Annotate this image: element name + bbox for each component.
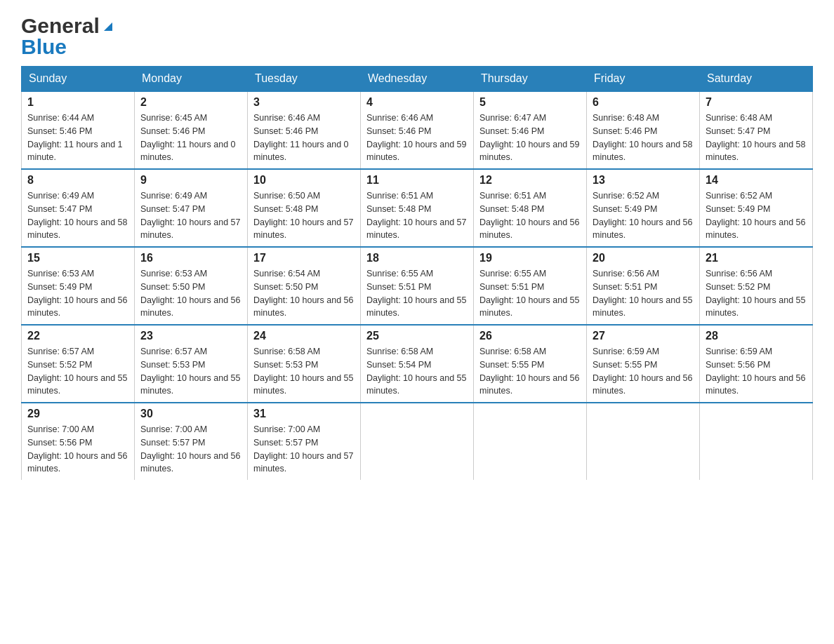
calendar-week-row: 15Sunrise: 6:53 AMSunset: 5:49 PMDayligh… bbox=[22, 247, 813, 325]
calendar-header-tuesday: Tuesday bbox=[248, 67, 361, 92]
calendar-cell: 15Sunrise: 6:53 AMSunset: 5:49 PMDayligh… bbox=[22, 247, 135, 325]
day-number: 1 bbox=[27, 96, 128, 109]
calendar-cell: 22Sunrise: 6:57 AMSunset: 5:52 PMDayligh… bbox=[22, 325, 135, 403]
day-number: 31 bbox=[253, 408, 355, 420]
calendar-cell bbox=[474, 403, 587, 480]
calendar-cell: 28Sunrise: 6:59 AMSunset: 5:56 PMDayligh… bbox=[700, 325, 813, 403]
day-info: Sunrise: 6:54 AMSunset: 5:50 PMDaylight:… bbox=[253, 267, 355, 320]
calendar-cell: 23Sunrise: 6:57 AMSunset: 5:53 PMDayligh… bbox=[135, 325, 248, 403]
day-info: Sunrise: 6:55 AMSunset: 5:51 PMDaylight:… bbox=[366, 267, 468, 320]
calendar-cell bbox=[361, 403, 474, 480]
day-info: Sunrise: 6:45 AMSunset: 5:46 PMDaylight:… bbox=[140, 112, 241, 164]
day-number: 4 bbox=[366, 96, 468, 109]
day-number: 5 bbox=[479, 96, 581, 109]
day-number: 29 bbox=[27, 408, 128, 420]
calendar-cell: 29Sunrise: 7:00 AMSunset: 5:56 PMDayligh… bbox=[22, 403, 135, 480]
calendar-header-row: SundayMondayTuesdayWednesdayThursdayFrid… bbox=[22, 67, 813, 92]
day-number: 16 bbox=[140, 252, 241, 264]
day-number: 13 bbox=[593, 174, 694, 187]
calendar-cell: 11Sunrise: 6:51 AMSunset: 5:48 PMDayligh… bbox=[361, 169, 474, 247]
day-info: Sunrise: 6:59 AMSunset: 5:55 PMDaylight:… bbox=[593, 345, 694, 398]
day-number: 27 bbox=[593, 330, 694, 342]
logo-general-text: General bbox=[21, 14, 100, 38]
page-header: General Blue bbox=[21, 14, 813, 59]
calendar-cell: 16Sunrise: 6:53 AMSunset: 5:50 PMDayligh… bbox=[135, 247, 248, 325]
calendar-week-row: 22Sunrise: 6:57 AMSunset: 5:52 PMDayligh… bbox=[22, 325, 813, 403]
day-info: Sunrise: 6:51 AMSunset: 5:48 PMDaylight:… bbox=[479, 189, 581, 242]
day-number: 24 bbox=[253, 330, 355, 342]
day-info: Sunrise: 6:49 AMSunset: 5:47 PMDaylight:… bbox=[27, 189, 128, 242]
calendar-body: 1Sunrise: 6:44 AMSunset: 5:46 PMDaylight… bbox=[22, 91, 813, 480]
day-number: 20 bbox=[593, 252, 694, 264]
calendar-week-row: 29Sunrise: 7:00 AMSunset: 5:56 PMDayligh… bbox=[22, 403, 813, 480]
day-info: Sunrise: 6:57 AMSunset: 5:53 PMDaylight:… bbox=[140, 345, 241, 398]
calendar-cell: 27Sunrise: 6:59 AMSunset: 5:55 PMDayligh… bbox=[587, 325, 700, 403]
calendar-cell: 4Sunrise: 6:46 AMSunset: 5:46 PMDaylight… bbox=[361, 91, 474, 169]
day-number: 8 bbox=[27, 174, 128, 187]
day-number: 15 bbox=[27, 252, 128, 264]
calendar-cell bbox=[700, 403, 813, 480]
calendar-table: SundayMondayTuesdayWednesdayThursdayFrid… bbox=[21, 66, 813, 480]
day-number: 19 bbox=[479, 252, 581, 264]
calendar-cell: 13Sunrise: 6:52 AMSunset: 5:49 PMDayligh… bbox=[587, 169, 700, 247]
calendar-cell: 12Sunrise: 6:51 AMSunset: 5:48 PMDayligh… bbox=[474, 169, 587, 247]
day-number: 30 bbox=[140, 408, 241, 420]
calendar-header-monday: Monday bbox=[135, 67, 248, 92]
day-number: 25 bbox=[366, 330, 468, 342]
day-info: Sunrise: 6:46 AMSunset: 5:46 PMDaylight:… bbox=[253, 112, 355, 164]
day-info: Sunrise: 6:56 AMSunset: 5:51 PMDaylight:… bbox=[593, 267, 694, 320]
day-info: Sunrise: 7:00 AMSunset: 5:57 PMDaylight:… bbox=[140, 423, 241, 476]
calendar-cell: 26Sunrise: 6:58 AMSunset: 5:55 PMDayligh… bbox=[474, 325, 587, 403]
day-number: 10 bbox=[253, 174, 355, 187]
calendar-cell: 9Sunrise: 6:49 AMSunset: 5:47 PMDaylight… bbox=[135, 169, 248, 247]
calendar-cell: 18Sunrise: 6:55 AMSunset: 5:51 PMDayligh… bbox=[361, 247, 474, 325]
day-info: Sunrise: 6:48 AMSunset: 5:47 PMDaylight:… bbox=[706, 112, 807, 164]
calendar-cell: 14Sunrise: 6:52 AMSunset: 5:49 PMDayligh… bbox=[700, 169, 813, 247]
day-info: Sunrise: 6:56 AMSunset: 5:52 PMDaylight:… bbox=[706, 267, 807, 320]
day-info: Sunrise: 6:58 AMSunset: 5:53 PMDaylight:… bbox=[253, 345, 355, 398]
day-info: Sunrise: 6:57 AMSunset: 5:52 PMDaylight:… bbox=[27, 345, 128, 398]
calendar-cell: 17Sunrise: 6:54 AMSunset: 5:50 PMDayligh… bbox=[248, 247, 361, 325]
day-number: 12 bbox=[479, 174, 581, 187]
day-info: Sunrise: 6:49 AMSunset: 5:47 PMDaylight:… bbox=[140, 189, 241, 242]
calendar-cell bbox=[587, 403, 700, 480]
calendar-cell: 2Sunrise: 6:45 AMSunset: 5:46 PMDaylight… bbox=[135, 91, 248, 169]
day-info: Sunrise: 7:00 AMSunset: 5:56 PMDaylight:… bbox=[27, 423, 128, 476]
calendar-cell: 30Sunrise: 7:00 AMSunset: 5:57 PMDayligh… bbox=[135, 403, 248, 480]
calendar-cell: 20Sunrise: 6:56 AMSunset: 5:51 PMDayligh… bbox=[587, 247, 700, 325]
day-info: Sunrise: 6:50 AMSunset: 5:48 PMDaylight:… bbox=[253, 189, 355, 242]
day-info: Sunrise: 6:51 AMSunset: 5:48 PMDaylight:… bbox=[366, 189, 468, 242]
calendar-header-sunday: Sunday bbox=[22, 67, 135, 92]
day-number: 17 bbox=[253, 252, 355, 264]
day-number: 21 bbox=[706, 252, 807, 264]
day-number: 26 bbox=[479, 330, 581, 342]
calendar-header-thursday: Thursday bbox=[474, 67, 587, 92]
calendar-header-friday: Friday bbox=[587, 67, 700, 92]
logo-triangle-icon bbox=[100, 18, 116, 34]
day-number: 18 bbox=[366, 252, 468, 264]
day-number: 11 bbox=[366, 174, 468, 187]
calendar-week-row: 8Sunrise: 6:49 AMSunset: 5:47 PMDaylight… bbox=[22, 169, 813, 247]
day-number: 14 bbox=[706, 174, 807, 187]
calendar-cell: 10Sunrise: 6:50 AMSunset: 5:48 PMDayligh… bbox=[248, 169, 361, 247]
calendar-cell: 3Sunrise: 6:46 AMSunset: 5:46 PMDaylight… bbox=[248, 91, 361, 169]
calendar-header-saturday: Saturday bbox=[700, 67, 813, 92]
day-info: Sunrise: 6:53 AMSunset: 5:49 PMDaylight:… bbox=[27, 267, 128, 320]
logo: General Blue bbox=[21, 14, 116, 59]
calendar-cell: 6Sunrise: 6:48 AMSunset: 5:46 PMDaylight… bbox=[587, 91, 700, 169]
day-number: 6 bbox=[593, 96, 694, 109]
day-number: 3 bbox=[253, 96, 355, 109]
day-info: Sunrise: 6:58 AMSunset: 5:55 PMDaylight:… bbox=[479, 345, 581, 398]
day-info: Sunrise: 6:44 AMSunset: 5:46 PMDaylight:… bbox=[27, 112, 128, 164]
calendar-week-row: 1Sunrise: 6:44 AMSunset: 5:46 PMDaylight… bbox=[22, 91, 813, 169]
calendar-cell: 5Sunrise: 6:47 AMSunset: 5:46 PMDaylight… bbox=[474, 91, 587, 169]
day-info: Sunrise: 6:58 AMSunset: 5:54 PMDaylight:… bbox=[366, 345, 468, 398]
calendar-cell: 8Sunrise: 6:49 AMSunset: 5:47 PMDaylight… bbox=[22, 169, 135, 247]
day-info: Sunrise: 7:00 AMSunset: 5:57 PMDaylight:… bbox=[253, 423, 355, 476]
logo-blue-text: Blue bbox=[21, 35, 67, 59]
day-number: 9 bbox=[140, 174, 241, 187]
calendar-cell: 31Sunrise: 7:00 AMSunset: 5:57 PMDayligh… bbox=[248, 403, 361, 480]
day-info: Sunrise: 6:55 AMSunset: 5:51 PMDaylight:… bbox=[479, 267, 581, 320]
day-number: 23 bbox=[140, 330, 241, 342]
svg-marker-0 bbox=[104, 22, 112, 31]
